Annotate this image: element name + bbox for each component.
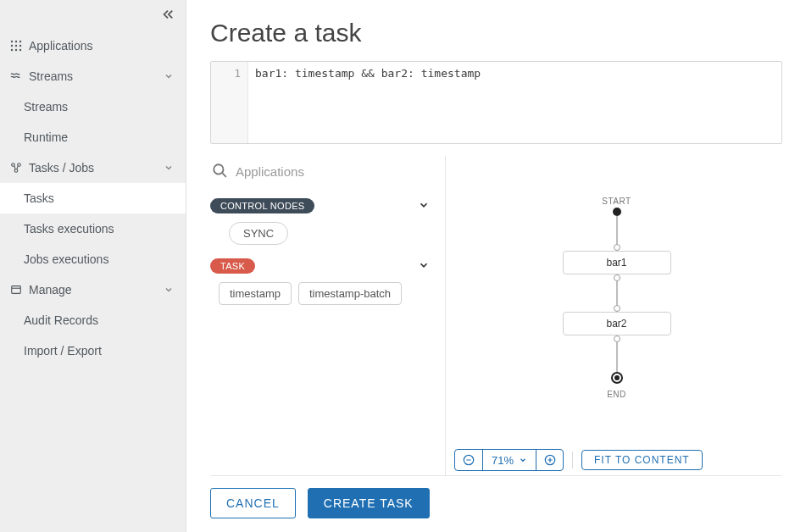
end-node[interactable]	[611, 372, 623, 384]
nav-streams-streams[interactable]: Streams	[0, 91, 186, 122]
section-task-header[interactable]: TASK	[210, 258, 433, 274]
chevron-down-icon	[164, 285, 174, 295]
task-node-bar1[interactable]: bar1	[563, 251, 671, 274]
palette-item-sync[interactable]: SYNC	[229, 222, 288, 245]
nav-label: Streams	[29, 69, 164, 83]
nav-tasks[interactable]: Tasks	[0, 183, 186, 213]
svg-point-6	[11, 49, 13, 51]
svg-rect-12	[12, 286, 21, 294]
palette-item-timestamp[interactable]: timestamp	[219, 282, 292, 305]
nav-label: Tasks	[24, 191, 54, 205]
nav-label: Manage	[29, 283, 164, 296]
svg-point-5	[19, 45, 21, 47]
page-title: Create a task	[210, 19, 782, 47]
svg-point-13	[214, 164, 223, 174]
svg-point-8	[19, 49, 21, 51]
fit-to-content-button[interactable]: FIT TO CONTENT	[581, 450, 703, 470]
nav-jobs-executions[interactable]: Jobs executions	[0, 244, 186, 274]
port[interactable]	[614, 274, 620, 281]
cancel-button[interactable]: CANCEL	[210, 488, 296, 518]
end-label: END	[607, 390, 626, 399]
chevron-down-icon	[418, 259, 433, 274]
svg-point-3	[11, 45, 13, 47]
sidebar-collapse-button[interactable]	[162, 8, 174, 23]
nav-streams[interactable]: Streams	[0, 61, 186, 91]
editor-code[interactable]: bar1: timestamp && bar2: timestamp	[248, 62, 781, 143]
svg-point-11	[14, 169, 18, 173]
palette: CONTROL NODES SYNC TASK timestamp t	[210, 156, 446, 475]
nav-label: Audit Records	[24, 313, 98, 327]
plus-circle-icon	[544, 454, 556, 466]
zoom-control: 71%	[454, 449, 564, 471]
line-number: 1	[234, 67, 241, 80]
zoom-level-dropdown[interactable]: 71%	[482, 450, 536, 470]
nav-label: Tasks executions	[24, 222, 114, 236]
svg-point-4	[15, 45, 17, 47]
nav-label: Import / Export	[24, 344, 102, 357]
chevron-down-icon	[519, 456, 527, 464]
palette-item-timestamp-batch[interactable]: timestamp-batch	[298, 282, 402, 305]
nav-tasks-jobs[interactable]: Tasks / Jobs	[0, 152, 186, 183]
edge	[616, 216, 618, 245]
nav-label: Jobs executions	[24, 252, 108, 266]
svg-point-2	[19, 41, 21, 42]
palette-search-input[interactable]	[236, 164, 433, 179]
stream-icon	[8, 70, 24, 82]
chevron-down-icon	[418, 199, 433, 213]
zoom-percent: 71%	[492, 454, 514, 467]
svg-point-7	[15, 49, 17, 51]
svg-point-10	[18, 163, 21, 167]
nav-import-export[interactable]: Import / Export	[0, 335, 186, 366]
task-node-label: bar1	[606, 257, 626, 269]
divider	[572, 452, 573, 468]
svg-point-0	[11, 41, 13, 42]
task-node-bar2[interactable]: bar2	[563, 312, 671, 335]
task-node-label: bar2	[606, 318, 626, 330]
tasks-icon	[8, 162, 24, 174]
port[interactable]	[614, 244, 620, 251]
manage-icon	[8, 284, 24, 296]
nav-streams-runtime[interactable]: Runtime	[0, 122, 186, 152]
nav-manage[interactable]: Manage	[0, 274, 186, 305]
svg-point-9	[12, 163, 15, 167]
zoom-out-button[interactable]	[455, 450, 482, 470]
section-task-badge: TASK	[210, 258, 255, 274]
nav-label: Runtime	[24, 130, 68, 144]
svg-point-1	[15, 41, 17, 42]
dsl-editor[interactable]: 1 bar1: timestamp && bar2: timestamp	[210, 61, 782, 144]
section-control-nodes-header[interactable]: CONTROL NODES	[210, 198, 433, 213]
start-label: START	[602, 197, 631, 206]
chevron-double-left-icon	[162, 8, 174, 20]
nav-label: Tasks / Jobs	[29, 161, 164, 175]
flow-canvas[interactable]: START bar1 bar2	[451, 156, 782, 445]
chevron-down-icon	[164, 71, 174, 81]
search-icon	[212, 163, 227, 180]
chevron-down-icon	[164, 163, 174, 173]
editor-gutter: 1	[211, 62, 248, 143]
nav-label: Streams	[24, 100, 68, 114]
nav-tasks-executions[interactable]: Tasks executions	[0, 213, 186, 244]
sidebar: Applications Streams Streams Runtime Tas…	[0, 0, 186, 532]
port[interactable]	[614, 335, 620, 342]
minus-circle-icon	[463, 454, 475, 466]
nav-audit-records[interactable]: Audit Records	[0, 305, 186, 335]
start-node[interactable]	[613, 208, 621, 216]
grid-icon	[8, 40, 24, 52]
edge	[616, 281, 618, 305]
create-task-button[interactable]: CREATE TASK	[308, 488, 430, 518]
zoom-in-button[interactable]	[536, 450, 563, 470]
nav-label: Applications	[29, 39, 174, 53]
port[interactable]	[614, 305, 620, 312]
edge	[616, 342, 618, 373]
section-control-badge: CONTROL NODES	[210, 198, 314, 213]
main: Create a task 1 bar1: timestamp && bar2:…	[186, 0, 806, 532]
nav-applications[interactable]: Applications	[0, 30, 186, 61]
